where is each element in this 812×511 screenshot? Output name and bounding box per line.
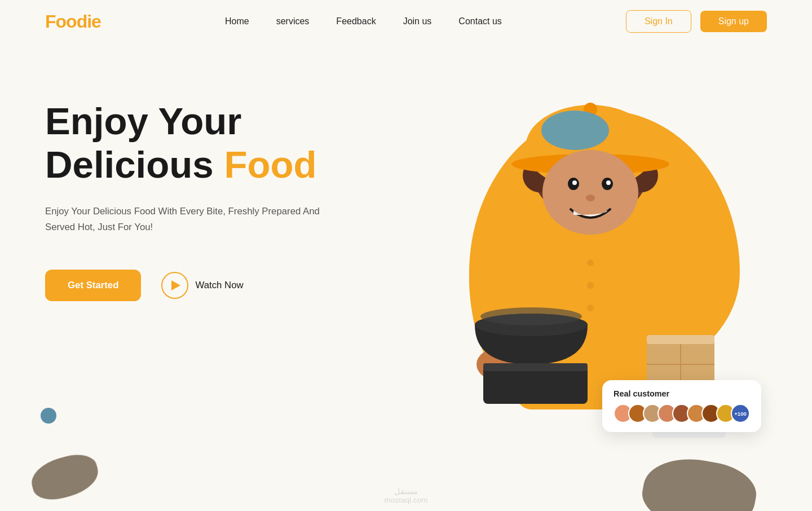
- nav-links: Home services Feedback Join us Contact u…: [225, 16, 502, 27]
- nav-item-contact-us[interactable]: Contact us: [458, 16, 501, 26]
- watermark-line1: مستقل: [384, 487, 427, 496]
- nav-item-home[interactable]: Home: [225, 16, 249, 26]
- watermark-line2: mostaql.com: [384, 496, 427, 504]
- svg-point-22: [586, 195, 595, 201]
- play-icon[interactable]: [161, 272, 188, 299]
- hero-heading-line2-plain: Delicious: [45, 143, 224, 186]
- svg-rect-31: [647, 335, 714, 344]
- hero-heading: Enjoy Your Delicious Food: [45, 99, 442, 187]
- watch-now-label: Watch Now: [195, 280, 243, 291]
- svg-point-3: [587, 259, 594, 266]
- svg-point-20: [572, 180, 577, 185]
- customer-card: Real customer +100: [602, 380, 761, 432]
- svg-point-17: [542, 150, 638, 235]
- get-started-button[interactable]: Get Started: [45, 270, 141, 301]
- hero-description: Enjoy Your Delicious Food With Every Bit…: [45, 204, 338, 236]
- nav-item-join-us[interactable]: Join us: [403, 16, 432, 26]
- hero-section: Enjoy Your Delicious Food Enjoy Your Del…: [0, 43, 812, 509]
- hero-actions: Get Started Watch Now: [45, 270, 442, 301]
- signin-button[interactable]: Sign In: [626, 10, 691, 33]
- svg-point-5: [587, 305, 594, 311]
- nav-actions: Sign In Sign up: [626, 10, 767, 33]
- avatar-more-count: +100: [731, 404, 750, 423]
- customer-avatars: +100: [614, 404, 750, 423]
- blue-decoration-dot: [41, 408, 56, 424]
- navbar: Foodie Home services Feedback Join us Co…: [0, 0, 812, 43]
- teal-decoration-blob: [541, 111, 609, 150]
- svg-point-27: [480, 307, 582, 325]
- nav-item-services[interactable]: services: [276, 16, 310, 26]
- watermark: مستقل mostaql.com: [384, 487, 427, 504]
- signup-button[interactable]: Sign up: [700, 11, 767, 32]
- nav-item-feedback[interactable]: Feedback: [336, 16, 376, 26]
- hero-image-area: Real customer +100: [442, 65, 767, 511]
- svg-point-4: [587, 282, 594, 289]
- brand-logo[interactable]: Foodie: [45, 11, 101, 32]
- svg-point-21: [606, 180, 611, 185]
- hero-heading-line1: Enjoy Your: [45, 100, 241, 142]
- customer-card-title: Real customer: [614, 389, 750, 398]
- hero-heading-highlight: Food: [224, 143, 316, 186]
- watch-now-button[interactable]: Watch Now: [161, 272, 243, 299]
- svg-rect-29: [483, 363, 588, 371]
- brown-decoration-blob-left: [27, 450, 103, 505]
- play-triangle-icon: [171, 280, 180, 290]
- hero-content: Enjoy Your Delicious Food Enjoy Your Del…: [45, 65, 442, 301]
